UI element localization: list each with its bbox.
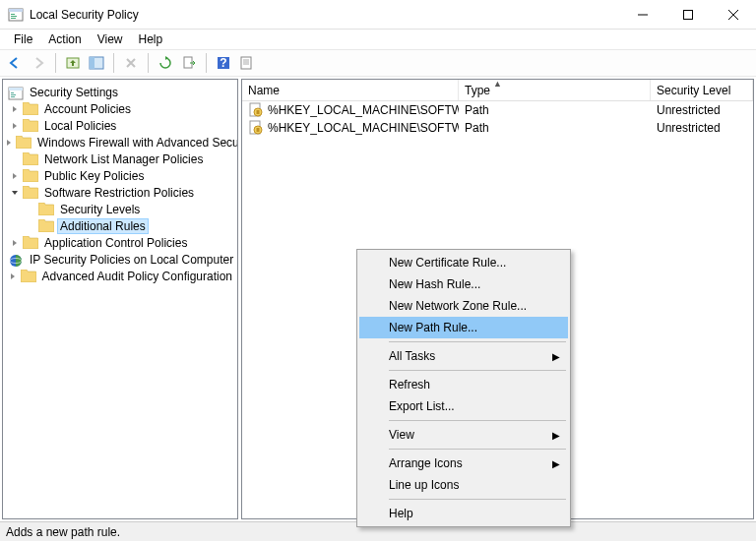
menu-item[interactable]: View▶ [359, 424, 568, 446]
forward-button[interactable] [28, 52, 49, 74]
folder-icon [21, 270, 36, 282]
expand-arrow-icon[interactable] [9, 122, 20, 130]
table-row[interactable]: %HKEY_LOCAL_MACHINE\SOFTW...PathUnrestri… [242, 119, 753, 137]
menu-item-label: Help [389, 507, 413, 520]
tree-root-label: Security Settings [27, 86, 121, 99]
menu-separator [389, 370, 566, 371]
menu-item[interactable]: Export List... [359, 395, 568, 417]
close-button[interactable] [711, 0, 756, 30]
expand-arrow-icon[interactable] [8, 272, 17, 280]
svg-rect-3 [11, 16, 17, 17]
svg-rect-23 [11, 96, 15, 97]
delete-button[interactable] [120, 52, 142, 74]
list-header: Name▲ Type Security Level [242, 80, 753, 101]
column-name[interactable]: Name▲ [242, 80, 459, 100]
tree-item[interactable]: Local Policies [5, 117, 235, 134]
tree-item-label: Additional Rules [57, 218, 149, 234]
tree-item-label: IP Security Policies on Local Computer [27, 253, 236, 267]
tree-item-label: Application Control Policies [41, 236, 190, 250]
tree-item[interactable]: Software Restriction Policies [5, 184, 235, 201]
table-row[interactable]: %HKEY_LOCAL_MACHINE\SOFTW...PathUnrestri… [242, 101, 753, 119]
menu-view[interactable]: View [90, 30, 131, 48]
tree-item[interactable]: Advanced Audit Policy Configuration [5, 268, 235, 284]
maximize-button[interactable] [665, 0, 711, 30]
tree-item-label: Local Policies [41, 119, 119, 133]
menu-item-label: New Path Rule... [389, 321, 477, 334]
tree-item[interactable]: Security Levels [5, 201, 235, 217]
menu-item-label: All Tasks [389, 349, 435, 363]
menu-separator [389, 449, 566, 450]
menu-file[interactable]: File [6, 30, 40, 48]
tree-item[interactable]: Account Policies [5, 100, 235, 117]
titlebar: Local Security Policy [0, 0, 756, 30]
svg-rect-4 [11, 18, 16, 19]
menu-item-label: Refresh [389, 378, 430, 392]
tree-item-label: Advanced Audit Policy Configuration [39, 270, 235, 283]
tree-item[interactable]: Network List Manager Policies [5, 151, 235, 167]
menu-separator [389, 499, 566, 500]
svg-rect-15 [241, 57, 251, 69]
tree-item-label: Security Levels [57, 203, 143, 216]
menu-item[interactable]: Line up Icons [359, 474, 568, 496]
properties-button[interactable] [236, 52, 258, 74]
tree-panel: Security SettingsAccount PoliciesLocal P… [2, 79, 238, 519]
folder-icon [38, 219, 54, 232]
expand-arrow-icon[interactable] [9, 189, 20, 197]
svg-rect-21 [11, 92, 14, 93]
menu-item[interactable]: New Hash Rule... [359, 273, 568, 295]
tree-item[interactable]: IP Security Policies on Local Computer [5, 251, 235, 268]
folder-icon [38, 203, 54, 215]
folder-icon [16, 136, 32, 149]
folder-icon [23, 236, 38, 249]
rule-icon [248, 102, 264, 118]
menu-item-label: Arrange Icons [389, 456, 463, 470]
submenu-arrow-icon: ▶ [552, 430, 560, 441]
tree-item[interactable]: Application Control Policies [5, 234, 235, 251]
tree-item-label: Windows Firewall with Advanced Security [34, 136, 238, 150]
show-hide-tree-button[interactable] [86, 52, 107, 74]
tree-item-label: Software Restriction Policies [41, 186, 197, 200]
help-button[interactable]: ? [213, 52, 234, 74]
expand-arrow-icon[interactable] [9, 239, 20, 247]
menu-help[interactable]: Help [131, 30, 171, 48]
svg-rect-20 [9, 88, 23, 90]
tree-item-label: Network List Manager Policies [41, 152, 206, 166]
back-button[interactable] [4, 52, 26, 74]
menu-item-label: Line up Icons [389, 478, 459, 492]
svg-rect-2 [11, 14, 15, 15]
up-button[interactable] [62, 52, 84, 74]
menu-item[interactable]: Refresh [359, 374, 568, 395]
tree-item[interactable]: Public Key Policies [5, 167, 235, 184]
menu-item-label: New Hash Rule... [389, 277, 480, 291]
menu-item[interactable]: New Network Zone Rule... [359, 295, 568, 317]
menu-item-label: View [389, 428, 414, 442]
refresh-button[interactable] [155, 52, 176, 74]
menu-item[interactable]: Arrange Icons▶ [359, 452, 568, 474]
folder-icon [23, 186, 38, 199]
folder-icon [23, 152, 38, 165]
cell-name: %HKEY_LOCAL_MACHINE\SOFTW... [268, 103, 459, 117]
svg-rect-31 [257, 128, 260, 132]
minimize-button[interactable] [620, 0, 665, 30]
menu-item-label: New Network Zone Rule... [389, 299, 527, 313]
menu-item[interactable]: New Certificate Rule... [359, 252, 568, 273]
svg-rect-28 [257, 110, 260, 114]
folder-icon [23, 102, 38, 115]
export-button[interactable] [178, 52, 200, 74]
status-text: Adds a new path rule. [6, 525, 120, 539]
expand-arrow-icon[interactable] [9, 105, 20, 113]
submenu-arrow-icon: ▶ [552, 458, 560, 469]
expand-arrow-icon[interactable] [9, 172, 20, 180]
tree-item[interactable]: Windows Firewall with Advanced Security [5, 134, 235, 151]
menu-separator [389, 341, 566, 342]
tree-item-label: Account Policies [41, 102, 134, 116]
tree-root[interactable]: Security Settings [5, 84, 235, 100]
expand-arrow-icon[interactable] [5, 139, 13, 147]
menu-item[interactable]: New Path Rule... [359, 317, 568, 338]
tree-item-label: Public Key Policies [41, 169, 147, 183]
menu-item[interactable]: All Tasks▶ [359, 345, 568, 367]
menu-item[interactable]: Help [359, 503, 568, 524]
tree-item[interactable]: Additional Rules [5, 217, 235, 234]
menu-action[interactable]: Action [40, 30, 89, 48]
svg-rect-11 [90, 57, 94, 69]
